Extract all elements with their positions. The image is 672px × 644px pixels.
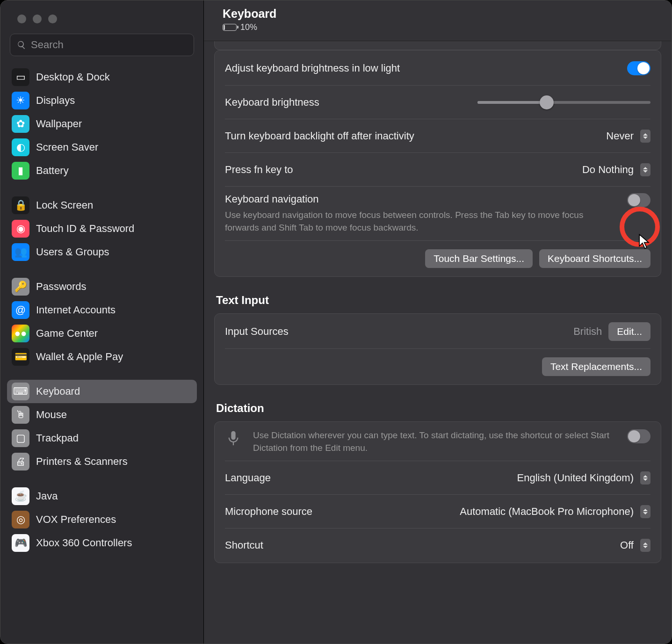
sidebar-item-desktop-dock[interactable]: ▭Desktop & Dock bbox=[7, 65, 197, 89]
fullscreen-button[interactable] bbox=[48, 14, 57, 23]
battery-percent: 10% bbox=[240, 22, 257, 32]
sidebar-item-displays[interactable]: ☀Displays bbox=[7, 89, 197, 112]
vox-icon: ◎ bbox=[12, 511, 29, 528]
sidebar-item-label: Printers & Scanners bbox=[36, 456, 128, 468]
sidebar-item-game-center[interactable]: ●●Game Center bbox=[7, 322, 197, 345]
backlight-off-stepper[interactable] bbox=[640, 130, 650, 143]
sidebar-item-label: Screen Saver bbox=[36, 141, 98, 153]
sidebar-item-users-groups[interactable]: 👥Users & Groups bbox=[7, 240, 197, 264]
wallet-icon: 💳 bbox=[12, 348, 29, 366]
sidebar-item-battery[interactable]: ▮Battery bbox=[7, 159, 197, 182]
sidebar-item-label: Wallpaper bbox=[36, 118, 82, 130]
row-backlight-off: Turn keyboard backlight off after inacti… bbox=[225, 119, 650, 152]
battery-icon bbox=[223, 24, 237, 31]
sidebar-nav: ▭Desktop & Dock☀Displays✿Wallpaper◐Scree… bbox=[0, 64, 203, 644]
desktop-dock-icon: ▭ bbox=[12, 68, 29, 86]
content-header: Keyboard 10% bbox=[204, 0, 672, 41]
close-button[interactable] bbox=[17, 14, 26, 23]
dictation-shortcut-label: Shortcut bbox=[225, 539, 614, 551]
sidebar-item-screen-saver[interactable]: ◐Screen Saver bbox=[7, 136, 197, 159]
sidebar-item-internet-accounts[interactable]: @Internet Accounts bbox=[7, 298, 197, 322]
window-controls bbox=[0, 8, 203, 34]
xbox-icon: 🎮 bbox=[12, 534, 29, 552]
lock-screen-icon: 🔒 bbox=[12, 196, 29, 214]
keyboard-navigation-toggle[interactable] bbox=[627, 193, 650, 207]
sidebar-item-vox[interactable]: ◎VOX Preferences bbox=[7, 508, 197, 531]
displays-icon: ☀ bbox=[12, 92, 29, 109]
sidebar-item-label: Mouse bbox=[36, 409, 67, 421]
sidebar-item-trackpad[interactable]: ▢Trackpad bbox=[7, 427, 197, 450]
brightness-slider[interactable] bbox=[477, 101, 650, 104]
dictation-shortcut-stepper[interactable] bbox=[640, 539, 650, 552]
sidebar-item-label: Users & Groups bbox=[36, 246, 109, 258]
dictation-mic-stepper[interactable] bbox=[640, 505, 650, 518]
svg-rect-0 bbox=[231, 431, 235, 440]
internet-accounts-icon: @ bbox=[12, 301, 29, 319]
touch-id-icon: ◉ bbox=[12, 220, 29, 238]
sidebar-item-label: Game Center bbox=[36, 327, 98, 340]
fn-key-value: Do Nothing bbox=[582, 164, 634, 176]
dictation-panel: Use Dictation wherever you can type text… bbox=[214, 421, 661, 563]
dictation-language-value: English (United Kingdom) bbox=[517, 472, 634, 484]
minimize-button[interactable] bbox=[33, 14, 42, 23]
trackpad-icon: ▢ bbox=[12, 429, 29, 447]
search-icon bbox=[17, 40, 26, 50]
text-replacements-button[interactable]: Text Replacements... bbox=[542, 357, 650, 376]
sidebar-item-touch-id[interactable]: ◉Touch ID & Password bbox=[7, 217, 197, 240]
sidebar-item-printers[interactable]: 🖨Printers & Scanners bbox=[7, 450, 197, 473]
search-field[interactable] bbox=[10, 34, 194, 56]
keyboard-icon: ⌨ bbox=[12, 383, 29, 400]
section-dictation: Dictation bbox=[216, 402, 659, 415]
backlight-off-label: Turn keyboard backlight off after inacti… bbox=[225, 130, 600, 142]
users-groups-icon: 👥 bbox=[12, 243, 29, 261]
content-pane: Keyboard 10% Adjust keyboard brightness … bbox=[204, 0, 672, 644]
system-settings-window: ▭Desktop & Dock☀Displays✿Wallpaper◐Scree… bbox=[0, 0, 672, 644]
dictation-shortcut-value: Off bbox=[620, 539, 634, 551]
microphone-icon bbox=[225, 429, 242, 448]
dictation-toggle[interactable] bbox=[627, 429, 650, 443]
text-input-buttons: Text Replacements... bbox=[225, 348, 650, 384]
fn-key-label: Press fn key to bbox=[225, 164, 576, 176]
row-adjust-brightness: Adjust keyboard brightness in low light bbox=[225, 51, 650, 85]
sidebar-item-xbox[interactable]: 🎮Xbox 360 Controllers bbox=[7, 531, 197, 555]
content-scroll[interactable]: Adjust keyboard brightness in low light … bbox=[204, 41, 672, 644]
row-dictation-shortcut: Shortcut Off bbox=[225, 528, 650, 562]
sidebar-item-label: Battery bbox=[36, 165, 69, 177]
keyboard-navigation-label: Keyboard navigation bbox=[225, 193, 621, 205]
page-title: Keyboard bbox=[223, 7, 659, 21]
passwords-icon: 🔑 bbox=[12, 278, 29, 296]
search-input[interactable] bbox=[31, 39, 187, 51]
sidebar-item-mouse[interactable]: 🖱Mouse bbox=[7, 403, 197, 427]
sidebar-item-label: Wallet & Apple Pay bbox=[36, 351, 123, 363]
row-brightness: Keyboard brightness bbox=[225, 85, 650, 119]
sidebar-item-java[interactable]: ☕Java bbox=[7, 485, 197, 508]
input-sources-edit-button[interactable]: Edit... bbox=[608, 322, 650, 341]
keyboard-panel-buttons: Touch Bar Settings... Keyboard Shortcuts… bbox=[225, 240, 650, 275]
row-dictation-language: Language English (United Kingdom) bbox=[225, 461, 650, 494]
sidebar-item-lock-screen[interactable]: 🔒Lock Screen bbox=[7, 194, 197, 217]
sidebar-item-keyboard[interactable]: ⌨Keyboard bbox=[7, 380, 197, 403]
dictation-mic-label: Microphone source bbox=[225, 506, 453, 518]
game-center-icon: ●● bbox=[12, 325, 29, 342]
row-keyboard-navigation: Keyboard navigation Use keyboard navigat… bbox=[225, 186, 650, 240]
sidebar-item-label: Displays bbox=[36, 94, 75, 107]
keyboard-panel: Adjust keyboard brightness in low light … bbox=[214, 50, 661, 277]
battery-status: 10% bbox=[223, 22, 659, 32]
sidebar-item-passwords[interactable]: 🔑Passwords bbox=[7, 275, 197, 298]
sidebar-item-label: Touch ID & Password bbox=[36, 223, 134, 235]
backlight-off-value: Never bbox=[606, 130, 634, 142]
dictation-desc: Use Dictation wherever you can type text… bbox=[253, 429, 621, 454]
keyboard-shortcuts-button[interactable]: Keyboard Shortcuts... bbox=[539, 249, 650, 268]
dictation-language-stepper[interactable] bbox=[640, 471, 650, 485]
row-input-sources: Input Sources British Edit... bbox=[225, 315, 650, 348]
mouse-icon: 🖱 bbox=[12, 406, 29, 424]
dictation-language-label: Language bbox=[225, 472, 511, 484]
input-sources-label: Input Sources bbox=[225, 326, 567, 338]
row-dictation-toggle: Use Dictation wherever you can type text… bbox=[225, 423, 650, 461]
adjust-brightness-toggle[interactable] bbox=[627, 61, 650, 75]
sidebar-item-wallet[interactable]: 💳Wallet & Apple Pay bbox=[7, 345, 197, 369]
touch-bar-settings-button[interactable]: Touch Bar Settings... bbox=[425, 249, 533, 268]
sidebar-item-wallpaper[interactable]: ✿Wallpaper bbox=[7, 112, 197, 136]
fn-key-stepper[interactable] bbox=[640, 163, 650, 176]
dictation-mic-value: Automatic (MacBook Pro Microphone) bbox=[460, 506, 634, 518]
